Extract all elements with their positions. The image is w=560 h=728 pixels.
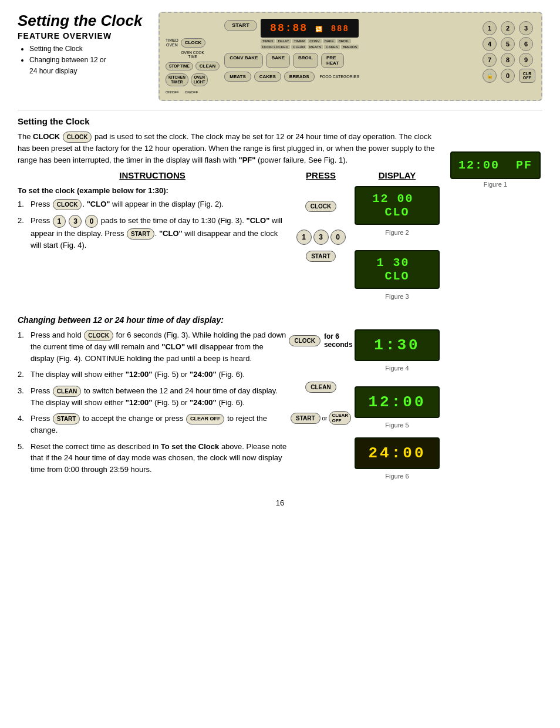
change-step-2: 2. The display will show either "12:00" …	[18, 369, 287, 380]
press-title: PRESS	[293, 170, 349, 180]
num-btn-1[interactable]: 1	[483, 21, 497, 35]
clear-off-change-btn[interactable]: CLEAR OFF	[186, 414, 225, 424]
press-clean-item: CLEAN	[305, 382, 336, 393]
figure4-label: Figure 4	[385, 365, 409, 372]
figure6-display: 24:00	[355, 437, 440, 469]
press-clean-change-btn[interactable]: CLEAN	[305, 382, 336, 393]
indicator-timed: TIMED	[261, 39, 275, 43]
section-divider-1	[18, 110, 542, 110]
figure6-label: Figure 6	[385, 473, 409, 480]
press-btn-3[interactable]: 3	[313, 230, 329, 245]
conv-bake-panel-btn[interactable]: CONV BAKE	[224, 53, 263, 68]
press-changing-column: CLOCK for 6 seconds CLEAN START or CLEAR…	[293, 329, 349, 487]
step-1: 1. Press CLOCK. "CLO" will appear in the…	[18, 198, 287, 210]
num-btn-5[interactable]: 5	[501, 37, 515, 51]
cakes-panel-btn[interactable]: CAKES	[254, 72, 281, 82]
clear-off-btn[interactable]: CLROFF	[519, 69, 535, 83]
bullet-item-1: Setting the Clock	[29, 43, 147, 55]
broil-panel-btn[interactable]: BROIL	[293, 53, 318, 68]
indicator-conv: CONV	[308, 39, 321, 43]
pre-heat-panel-btn[interactable]: PREHEAT	[321, 53, 344, 68]
changing-steps-col: 1. Press and hold CLOCK for 6 seconds (F…	[18, 329, 287, 487]
num-btn-6[interactable]: 6	[519, 37, 533, 51]
display-column: 12 00 CLO Figure 2 1 30 CLO Figure 3	[355, 186, 440, 307]
page-title: Setting the Clock	[18, 12, 147, 30]
num-btn-8[interactable]: 8	[501, 53, 515, 67]
indicator-clean: CLEAN	[291, 45, 306, 49]
figure3-label: Figure 3	[385, 293, 409, 300]
press-btn-0[interactable]: 0	[330, 230, 346, 245]
btn-3-step2[interactable]: 3	[69, 215, 82, 228]
press-start-btn[interactable]: START	[306, 251, 336, 262]
change-step-3: 3. Press CLEAN to switch between the 12 …	[18, 385, 287, 409]
changing-steps-row: 1. Press and hold CLOCK for 6 seconds (F…	[18, 329, 440, 487]
btn-1-step2[interactable]: 1	[53, 215, 66, 228]
change-step-5: 5. Reset the correct time as described i…	[18, 441, 287, 476]
indicator-timer: TIMER	[292, 39, 307, 43]
oven-left-column: TIMEDOVEN CLOCK OVEN COOKTIME STOP TIME …	[166, 19, 220, 94]
change-step-1: 1. Press and hold CLOCK for 6 seconds (F…	[18, 329, 287, 364]
indicator-door: DOOR LOCKED	[261, 45, 290, 49]
bake-panel-btn[interactable]: BAKE	[266, 53, 290, 68]
press-clock-btn[interactable]: CLOCK	[305, 201, 337, 212]
press-item-clock: CLOCK	[305, 201, 337, 212]
clock-inline-btn[interactable]: CLOCK	[63, 132, 92, 143]
num-btn-0[interactable]: 0	[501, 69, 515, 83]
num-btn-lock[interactable]: 🔒	[483, 69, 497, 83]
page-number: 16	[18, 498, 542, 507]
on-off-label-1: ON/OFF	[166, 90, 179, 94]
indicator-broil: BROIL	[337, 39, 351, 43]
figure4-display: 1:30	[355, 329, 440, 361]
num-btn-9[interactable]: 9	[519, 53, 533, 67]
press-clock-6sec-btn[interactable]: CLOCK	[289, 335, 321, 346]
figure2-label: Figure 2	[385, 229, 409, 236]
start-change-btn[interactable]: START	[53, 413, 80, 424]
intro-paragraph: The CLOCK CLOCK pad is used to set the c…	[18, 131, 440, 166]
instructions-column: Setting the Clock The CLOCK CLOCK pad is…	[18, 116, 440, 487]
press-item-130: 1 3 0	[296, 230, 346, 245]
btn-0-step2[interactable]: 0	[85, 215, 98, 228]
clock-change-btn[interactable]: CLOCK	[84, 330, 113, 341]
clean-panel-btn[interactable]: CLEAN	[195, 62, 220, 71]
instructions-steps-row: To set the clock (example below for 1:30…	[18, 186, 440, 307]
stop-time-panel-btn[interactable]: STOP TIME	[166, 62, 193, 70]
press-btn-1[interactable]: 1	[296, 230, 312, 245]
right-panel-top: 12:00 PF Figure 1	[448, 116, 542, 487]
num-btn-3[interactable]: 3	[519, 21, 533, 35]
oven-light-panel-btn[interactable]: OVENLIGHT	[191, 73, 208, 86]
clean-change-btn[interactable]: CLEAN	[53, 386, 81, 397]
num-btn-7[interactable]: 7	[483, 53, 497, 67]
display-changing-column: 1:30 Figure 4 12:00 Figure 5 24:00 Figur…	[355, 329, 440, 487]
oven-panel: TIMEDOVEN CLOCK OVEN COOKTIME STOP TIME …	[158, 12, 542, 101]
indicator-delay: DELAY	[276, 39, 291, 43]
press-clock-6sec-item: CLOCK for 6 seconds	[289, 332, 352, 349]
indicator-bake: BAKE	[323, 39, 336, 43]
figure2-display: 12 00 CLO	[355, 186, 440, 225]
start-panel-btn[interactable]: START	[224, 20, 257, 31]
kitchen-timer-panel-btn[interactable]: KITCHENTIMER	[166, 73, 188, 86]
press-item-start: START	[306, 251, 336, 262]
setting-clock-heading: Setting the Clock	[18, 116, 440, 126]
display-title: DISPLAY	[355, 170, 440, 180]
indicator-meats: MEATS	[308, 45, 323, 49]
press-clear-final-btn[interactable]: CLEAROFF	[329, 411, 351, 425]
or-text: or	[322, 415, 328, 422]
breads-panel-btn[interactable]: BREADS	[284, 72, 315, 82]
clock-panel-btn[interactable]: CLOCK	[181, 38, 205, 48]
for-6-seconds-text: for 6 seconds	[324, 332, 353, 349]
num-btn-2[interactable]: 2	[501, 21, 515, 35]
change-step-4: 4. Press START to accept the change or p…	[18, 413, 287, 436]
oven-center-column: START 88:88 🔁 888 TIMED DELAY TIMER CONV…	[224, 19, 478, 82]
instructions-title: INSTRUCTIONS	[18, 170, 287, 180]
meats-panel-btn[interactable]: MEATS	[224, 72, 251, 82]
on-off-label-2: ON/OFF	[185, 90, 198, 94]
clock-step1-btn[interactable]: CLOCK	[53, 199, 82, 210]
press-start-final-btn[interactable]: START	[291, 413, 321, 424]
food-categories-label: FOOD CATEGORIES	[320, 75, 360, 79]
press-column: CLOCK 1 3 0 START	[293, 186, 349, 307]
num-btn-4[interactable]: 4	[483, 37, 497, 51]
indicator-breads: BREADS	[341, 45, 359, 49]
oven-number-grid: 1 2 3 4 5 6 7 8 9 🔒 0 CLROFF	[483, 21, 535, 83]
start-step2-btn[interactable]: START	[127, 228, 154, 240]
press-start-or-clear-item: START or CLEAROFF	[291, 411, 351, 425]
